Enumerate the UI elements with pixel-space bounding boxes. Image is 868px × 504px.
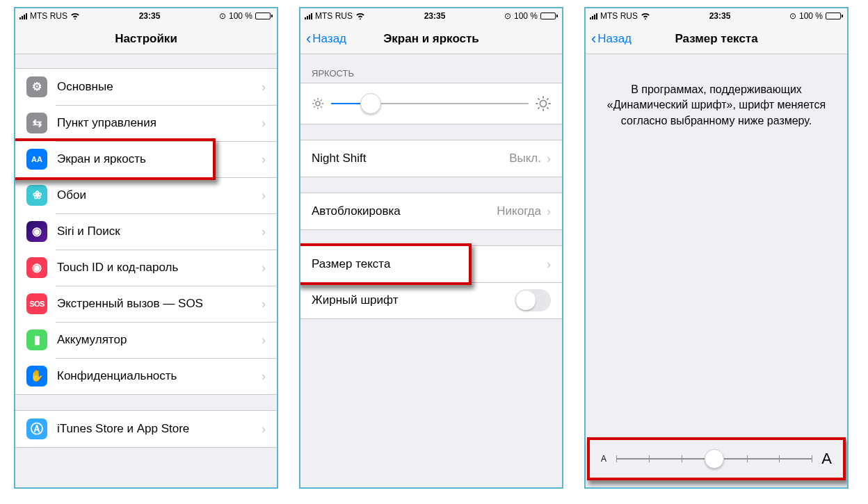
row-night-shift[interactable]: Night Shift Выкл. › [300, 140, 562, 177]
screenshot-text-size: MTS RUS 23:35 ⊙ 100 % ‹ Назад Размер тек… [584, 7, 849, 489]
status-time: 23:35 [709, 11, 731, 21]
fingerprint-icon: ◉ [26, 257, 47, 278]
wifi-icon [70, 12, 80, 21]
bold-text-switch[interactable] [515, 289, 551, 311]
section-brightness-header: ЯРКОСТЬ [300, 54, 562, 83]
sos-icon: SOS [26, 293, 47, 314]
row-itunes-appstore[interactable]: Ⓐ iTunes Store и App Store › [15, 411, 277, 447]
carrier-label: MTS RUS [315, 11, 353, 21]
signal-icon [305, 13, 312, 19]
chevron-right-icon: › [262, 188, 266, 203]
row-label: Экстренный вызов — SOS [57, 297, 262, 311]
row-battery[interactable]: ▮ Аккумулятор › [15, 322, 277, 358]
brightness-slider-row [300, 83, 562, 124]
display-content[interactable]: ЯРКОСТЬ Night Shift Выкл [300, 54, 562, 487]
chevron-right-icon: › [547, 204, 551, 219]
row-emergency-sos[interactable]: SOS Экстренный вызов — SOS › [15, 286, 277, 322]
hand-icon: ✋ [26, 366, 47, 387]
row-label: Аккумулятор [57, 333, 262, 347]
text-size-footer: A A [586, 430, 847, 487]
orientation-lock-icon: ⊙ [789, 11, 796, 21]
text-size-slider-row: A A [597, 441, 836, 476]
back-label: Назад [312, 32, 346, 46]
row-label: Конфиденциальность [57, 369, 262, 383]
row-label: Автоблокировка [312, 204, 497, 218]
row-label: Экран и яркость [57, 152, 262, 166]
screenshot-settings: MTS RUS 23:35 ⊙ 100 % Настройки ⚙ Основн… [14, 7, 278, 489]
row-label: Размер текста [312, 257, 547, 271]
row-bold-text[interactable]: Жирный шрифт [300, 282, 562, 318]
small-a-label: A [601, 454, 606, 464]
row-display-brightness[interactable]: AA Экран и яркость › [15, 141, 277, 177]
row-value: Никогда [497, 204, 541, 218]
row-label: Основные [57, 80, 262, 94]
orientation-lock-icon: ⊙ [504, 11, 511, 21]
row-auto-lock[interactable]: Автоблокировка Никогда › [300, 193, 562, 229]
battery-percent: 100 % [514, 11, 538, 21]
battery-icon [255, 13, 273, 19]
row-label: Touch ID и код-пароль [57, 261, 262, 275]
nav-bar: ‹ Назад Размер текста [586, 24, 847, 54]
status-bar: MTS RUS 23:35 ⊙ 100 % [300, 8, 562, 24]
row-privacy[interactable]: ✋ Конфиденциальность › [15, 358, 277, 394]
row-control-center[interactable]: ⇆ Пункт управления › [15, 105, 277, 141]
row-label: Обои [57, 188, 262, 202]
battery-icon [540, 13, 558, 19]
gear-icon: ⚙ [26, 76, 47, 97]
row-label: Пункт управления [57, 116, 262, 130]
wifi-icon [355, 12, 365, 21]
brightness-slider[interactable] [331, 93, 529, 114]
row-text-size[interactable]: Размер текста › [300, 246, 562, 282]
screenshot-display-brightness: MTS RUS 23:35 ⊙ 100 % ‹ Назад Экран и яр… [299, 7, 563, 489]
back-label: Назад [597, 32, 632, 46]
sun-large-icon [536, 96, 551, 111]
status-left: MTS RUS [19, 11, 80, 21]
autolock-group: Автоблокировка Никогда › [300, 193, 562, 230]
battery-settings-icon: ▮ [26, 330, 47, 350]
chevron-left-icon: ‹ [306, 31, 311, 47]
back-button[interactable]: ‹ Назад [590, 29, 633, 49]
status-bar: MTS RUS 23:35 ⊙ 100 % [15, 8, 277, 24]
nav-bar: ‹ Назад Экран и яркость [300, 24, 562, 54]
signal-icon [590, 13, 597, 19]
status-right: ⊙ 100 % [219, 11, 273, 21]
row-label: Жирный шрифт [312, 293, 515, 307]
signal-icon [19, 13, 27, 19]
row-wallpaper[interactable]: ❀ Обои › [15, 177, 277, 213]
row-siri-search[interactable]: ◉ Siri и Поиск › [15, 213, 277, 250]
text-group: Размер текста › Жирный шрифт [300, 245, 562, 319]
chevron-right-icon: › [262, 80, 266, 95]
row-general[interactable]: ⚙ Основные › [15, 69, 277, 105]
settings-content[interactable]: ⚙ Основные › ⇆ Пункт управления › AA Экр… [15, 54, 277, 487]
chevron-right-icon: › [262, 369, 266, 384]
status-left: MTS RUS [590, 11, 650, 21]
status-bar: MTS RUS 23:35 ⊙ 100 % [586, 8, 847, 24]
settings-group: ⚙ Основные › ⇆ Пункт управления › AA Экр… [15, 68, 277, 395]
sun-small-icon [312, 97, 324, 110]
carrier-label: MTS RUS [30, 11, 67, 21]
appstore-icon: Ⓐ [26, 418, 47, 439]
chevron-left-icon: ‹ [591, 31, 596, 47]
text-size-slider[interactable] [616, 448, 812, 469]
chevron-right-icon: › [262, 261, 266, 275]
page-title: Настройки [15, 32, 277, 46]
row-label: Siri и Поиск [57, 225, 262, 238]
row-touch-id[interactable]: ◉ Touch ID и код-пароль › [15, 250, 277, 286]
night-shift-group: Night Shift Выкл. › [300, 140, 562, 177]
status-time: 23:35 [139, 11, 161, 21]
dynamic-type-info: В программах, поддерживающих «Динамическ… [586, 54, 847, 129]
toggles-icon: ⇆ [26, 113, 47, 133]
svg-point-0 [316, 101, 320, 106]
status-right: ⊙ 100 % [504, 11, 558, 21]
settings-group-store: Ⓐ iTunes Store и App Store › [15, 410, 277, 448]
chevron-right-icon: › [262, 225, 266, 239]
big-a-label: A [821, 450, 832, 468]
carrier-label: MTS RUS [600, 11, 638, 21]
text-size-content: В программах, поддерживающих «Динамическ… [586, 54, 847, 487]
back-button[interactable]: ‹ Назад [305, 29, 348, 49]
chevron-right-icon: › [262, 422, 266, 437]
status-left: MTS RUS [305, 11, 365, 21]
chevron-right-icon: › [547, 152, 551, 166]
chevron-right-icon: › [262, 152, 266, 167]
svg-point-1 [540, 100, 546, 106]
